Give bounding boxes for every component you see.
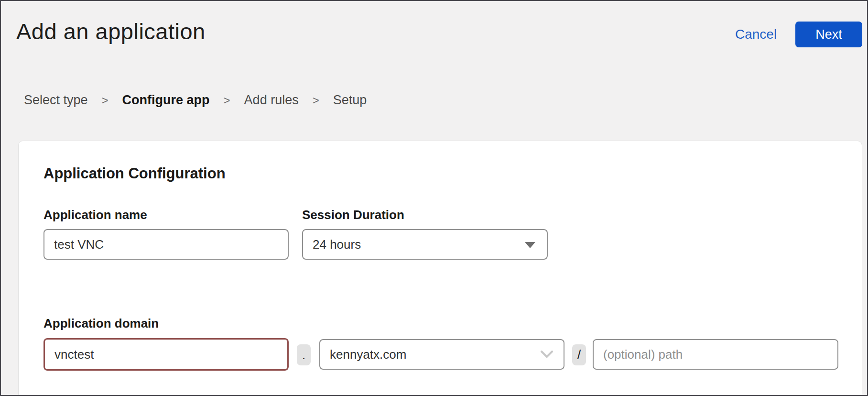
cancel-button[interactable]: Cancel xyxy=(735,22,777,47)
breadcrumb-step-configure-app: Configure app xyxy=(122,93,210,108)
page-title: Add an application xyxy=(16,18,206,44)
chevron-down-icon xyxy=(541,351,553,358)
path-input[interactable] xyxy=(593,339,838,370)
domain-selected-value: kennyatx.com xyxy=(330,347,406,362)
breadcrumb-step-add-rules[interactable]: Add rules xyxy=(244,93,299,108)
add-application-page: Add an application Cancel Next Select ty… xyxy=(0,0,868,396)
breadcrumb: Select type > Configure app > Add rules … xyxy=(24,93,367,108)
application-configuration-card: Application Configuration Application na… xyxy=(18,141,862,396)
breadcrumb-separator-icon: > xyxy=(313,94,319,107)
slash-separator: / xyxy=(572,344,586,365)
dot-separator: . xyxy=(297,344,311,365)
application-name-input[interactable] xyxy=(43,229,289,260)
subdomain-input[interactable] xyxy=(43,338,289,371)
next-button[interactable]: Next xyxy=(795,22,862,47)
breadcrumb-separator-icon: > xyxy=(102,94,108,107)
session-duration-selected-value: 24 hours xyxy=(313,237,361,252)
breadcrumb-separator-icon: > xyxy=(224,94,230,107)
application-domain-label: Application domain xyxy=(43,316,159,331)
domain-select[interactable]: kennyatx.com xyxy=(319,339,564,370)
session-duration-select[interactable]: 24 hours xyxy=(302,229,548,260)
breadcrumb-step-setup[interactable]: Setup xyxy=(333,93,367,108)
application-name-label: Application name xyxy=(43,208,147,222)
section-heading: Application Configuration xyxy=(43,165,226,182)
session-duration-label: Session Duration xyxy=(302,208,404,222)
breadcrumb-step-select-type[interactable]: Select type xyxy=(24,93,88,108)
dropdown-arrow-icon xyxy=(525,242,535,248)
